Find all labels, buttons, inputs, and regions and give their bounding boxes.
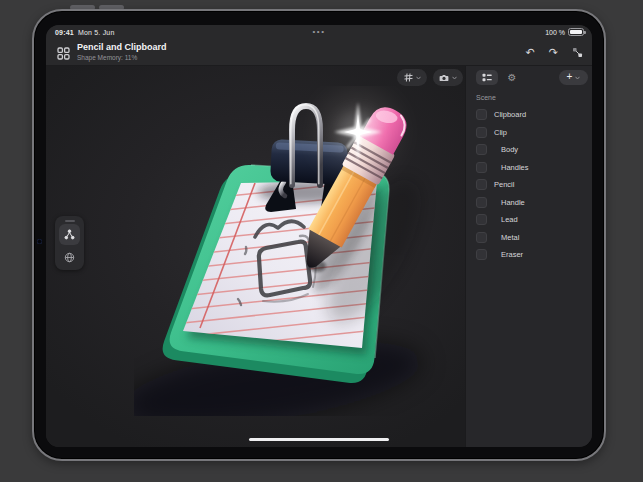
node-hierarchy-icon <box>64 229 75 240</box>
grid-settings-button[interactable] <box>397 69 427 86</box>
scene-render-pencil-clipboard[interactable] <box>134 86 464 416</box>
document-title: Pencil and Clipboard <box>77 43 167 52</box>
layer-list-icon <box>482 73 492 82</box>
lens-flare <box>316 90 400 174</box>
header-actions: ↶ ↷ <box>526 47 583 58</box>
add-object-button[interactable]: + <box>559 70 588 85</box>
grid-icon <box>404 73 413 82</box>
scene-item-handle[interactable]: Handle <box>466 194 592 212</box>
camera-icon <box>439 74 449 82</box>
chevron-down-icon <box>575 76 580 80</box>
export-nodes-icon <box>572 47 583 58</box>
scene-item-eraser[interactable]: Eraser <box>466 246 592 264</box>
chevron-down-icon <box>416 76 421 80</box>
projects-grid-icon <box>57 47 70 60</box>
camera-view-button[interactable] <box>433 69 463 86</box>
item-checkbox[interactable] <box>476 144 487 155</box>
app-screen: 09:41Mon 5. Jun ••• 100 % Pencil and Cli… <box>46 25 592 447</box>
item-checkbox[interactable] <box>476 127 487 138</box>
item-checkbox[interactable] <box>476 232 487 243</box>
scene-section-label: Scene <box>476 94 496 101</box>
scene-tree: Clipboard Clip Body Handles Pencil Handl… <box>466 106 592 264</box>
home-indicator[interactable] <box>249 438 389 442</box>
front-camera-dot <box>37 239 42 244</box>
palette-drag-handle[interactable] <box>65 220 75 222</box>
item-checkbox[interactable] <box>476 249 487 260</box>
item-checkbox[interactable] <box>476 179 487 190</box>
scene-item-clip[interactable]: Clip <box>466 124 592 142</box>
viewport-canvas[interactable] <box>46 66 466 447</box>
export-button[interactable] <box>572 47 583 58</box>
item-checkbox[interactable] <box>476 214 487 225</box>
settings-tab-button[interactable]: ⚙ <box>504 70 520 85</box>
document-subtitle: Shape Memory: 11% <box>77 55 167 62</box>
scene-panel: ⚙ + Scene Clipboard Clip Body Hand <box>465 66 592 447</box>
document-titles: Pencil and Clipboard Shape Memory: 11% <box>77 43 167 61</box>
item-checkbox[interactable] <box>476 109 487 120</box>
scene-list-tab-button[interactable] <box>476 70 498 85</box>
scene-item-clipboard[interactable]: Clipboard <box>466 106 592 124</box>
scene-item-body[interactable]: Body <box>466 141 592 159</box>
status-battery-group: 100 % <box>545 28 584 36</box>
scene-item-handles[interactable]: Handles <box>466 159 592 177</box>
projects-grid-button[interactable] <box>56 46 71 61</box>
node-tool-button[interactable] <box>59 224 80 245</box>
floating-tool-palette <box>55 216 84 270</box>
multitasking-dots-icon[interactable]: ••• <box>46 27 592 36</box>
item-checkbox[interactable] <box>476 197 487 208</box>
scene-item-lead[interactable]: Lead <box>466 211 592 229</box>
undo-button[interactable]: ↶ <box>526 47 535 58</box>
scene-item-pencil[interactable]: Pencil <box>466 176 592 194</box>
viewport-options <box>397 69 463 86</box>
scene-item-metal[interactable]: Metal <box>466 229 592 247</box>
globe-icon <box>64 252 75 263</box>
battery-icon <box>568 28 584 36</box>
top-chrome-bar: 09:41Mon 5. Jun ••• 100 % Pencil and Cli… <box>46 25 592 66</box>
plus-icon: + <box>567 72 573 82</box>
battery-percent-label: 100 % <box>545 29 565 36</box>
redo-button[interactable]: ↷ <box>549 47 558 58</box>
item-checkbox[interactable] <box>476 162 487 173</box>
chevron-down-icon <box>452 76 457 80</box>
environment-tool-button[interactable] <box>59 247 80 268</box>
